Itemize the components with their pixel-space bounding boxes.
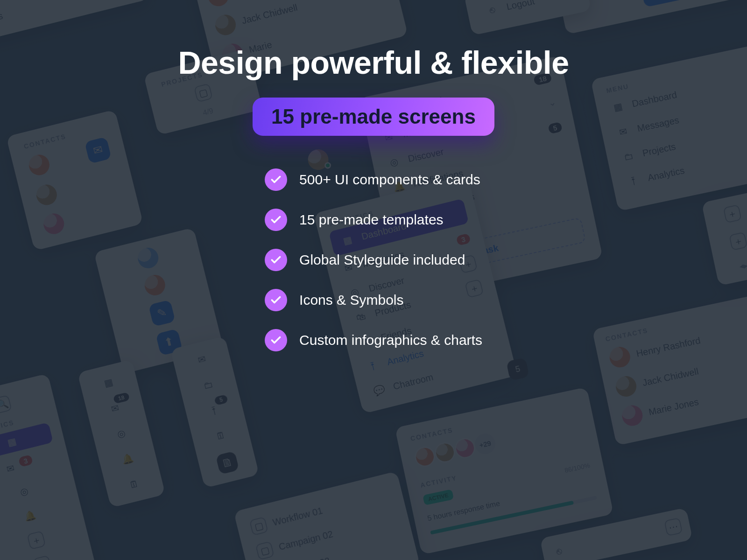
feature-list: 500+ UI components & cards 15 pre-made t… (265, 168, 482, 351)
feature-label: Global Styleguide included (299, 252, 465, 268)
check-icon (265, 249, 287, 271)
check-icon (265, 209, 287, 231)
feature-label: 15 pre-made templates (299, 212, 444, 228)
check-icon (265, 168, 287, 191)
feature-label: Icons & Symbols (299, 292, 403, 308)
check-icon (265, 289, 287, 311)
feature-label: 500+ UI components & cards (299, 172, 480, 188)
feature-label: Custom infographics & charts (299, 332, 482, 348)
feature-item: Global Styleguide included (265, 249, 465, 271)
hero-headline: Design powerful & flexible (178, 44, 569, 81)
hero-section: Design powerful & flexible 15 pre-made s… (0, 0, 747, 560)
hero-sub-pill: 15 pre-made screens (253, 98, 494, 136)
feature-item: 15 pre-made templates (265, 209, 444, 231)
feature-item: Custom infographics & charts (265, 329, 482, 351)
feature-item: Icons & Symbols (265, 289, 403, 311)
check-icon (265, 329, 287, 351)
feature-item: 500+ UI components & cards (265, 168, 480, 191)
